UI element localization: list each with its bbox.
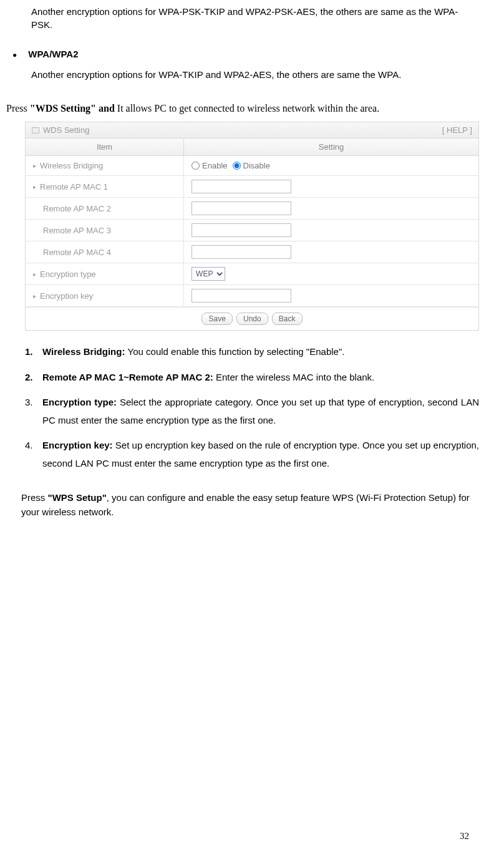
mac3-input[interactable]: [191, 223, 291, 237]
mac2-input[interactable]: [191, 201, 291, 215]
wds-panel-header: WDS Setting [ HELP ]: [26, 122, 478, 138]
row-remote-ap-mac-4: Remote AP MAC 4: [26, 241, 478, 263]
item-text: You could enable this function by select…: [128, 346, 345, 357]
item-bold: Encryption key:: [42, 440, 115, 450]
mac2-label: Remote AP MAC 2: [43, 204, 111, 213]
list-item: 2. Remote AP MAC 1~Remote AP MAC 2: Ente…: [25, 369, 479, 387]
chevron-right-icon: ▸: [33, 183, 36, 190]
mac1-input[interactable]: [191, 180, 291, 193]
back-button[interactable]: Back: [272, 313, 303, 325]
numbered-list: 1. Wireless Bridging: You could enable t…: [25, 343, 479, 472]
col-item-header: Item: [26, 138, 184, 155]
item-number: 3.: [25, 394, 42, 412]
disable-label: Disable: [243, 161, 270, 170]
wireless-bridging-label: Wireless Bridging: [40, 161, 103, 170]
press-wds-line: Press "WDS Setting" and It allows PC to …: [6, 103, 492, 114]
press-wps-paragraph: Press "WPS Setup", you can configure and…: [21, 491, 479, 519]
enable-label: Enable: [202, 161, 227, 170]
page-number: 32: [460, 831, 469, 842]
wpa-wpa2-body: Another encryption options for WPA-TKIP …: [31, 66, 479, 84]
undo-button[interactable]: Undo: [236, 313, 268, 325]
press-wps-prefix: Press: [21, 492, 48, 503]
wpa-wpa2-title: WPA/WPA2: [28, 49, 78, 59]
press-wds-prefix: Press: [6, 103, 30, 114]
list-item: 4. Encryption key: Set up encryption key…: [25, 437, 479, 472]
press-wds-bold: "WDS Setting" and: [30, 103, 117, 114]
chevron-right-icon: ▸: [33, 162, 36, 169]
row-remote-ap-mac-2: Remote AP MAC 2: [26, 198, 478, 220]
chevron-right-icon: ▸: [33, 271, 36, 278]
item-bold: Remote AP MAC 1~Remote AP MAC 2:: [42, 372, 216, 382]
item-bold: Encryption type:: [42, 397, 120, 407]
mac4-label: Remote AP MAC 4: [43, 248, 111, 257]
bullet-icon: ●: [12, 51, 17, 59]
wpa-wpa2-heading: ● WPA/WPA2: [12, 49, 492, 59]
item-text: Enter the wireless MAC into the blank.: [216, 372, 374, 382]
mac3-label: Remote AP MAC 3: [43, 226, 111, 235]
encryption-type-label: Encryption type: [40, 269, 96, 279]
folder-icon: [32, 127, 39, 133]
mac4-input[interactable]: [191, 245, 291, 259]
wds-setting-panel: WDS Setting [ HELP ] Item Setting ▸Wirel…: [25, 122, 479, 331]
encryption-key-label: Encryption key: [40, 291, 93, 301]
row-wireless-bridging: ▸Wireless Bridging Enable Disable: [26, 156, 478, 176]
row-remote-ap-mac-1: ▸Remote AP MAC 1: [26, 176, 478, 198]
intro-paragraph: Another encryption options for WPA-PSK-T…: [31, 5, 479, 31]
wds-title: WDS Setting: [43, 125, 89, 135]
help-link[interactable]: [ HELP ]: [442, 125, 472, 135]
press-wds-rest: It allows PC to get connected to wireles…: [117, 103, 379, 114]
list-item: 1. Wireless Bridging: You could enable t…: [25, 343, 479, 361]
wds-footer: Save Undo Back: [26, 307, 478, 330]
item-number: 2.: [25, 369, 42, 387]
item-bold: Wireless Bridging:: [42, 346, 128, 357]
row-encryption-key: ▸Encryption key: [26, 285, 478, 307]
chevron-right-icon: ▸: [33, 293, 36, 299]
col-setting-header: Setting: [184, 138, 478, 155]
row-remote-ap-mac-3: Remote AP MAC 3: [26, 220, 478, 241]
row-encryption-type: ▸Encryption type WEP: [26, 263, 478, 285]
encryption-type-select[interactable]: WEP: [191, 267, 225, 281]
item-number: 4.: [25, 437, 42, 455]
list-item: 3. Encryption type: Select the appropria…: [25, 394, 479, 429]
enable-radio[interactable]: [191, 162, 200, 170]
item-number: 1.: [25, 343, 42, 361]
mac1-label: Remote AP MAC 1: [40, 182, 108, 192]
disable-radio[interactable]: [233, 162, 241, 170]
press-wps-bold: "WPS Setup": [48, 492, 107, 503]
encryption-key-input[interactable]: [191, 289, 291, 303]
wds-column-header: Item Setting: [26, 138, 478, 156]
save-button[interactable]: Save: [201, 313, 232, 325]
